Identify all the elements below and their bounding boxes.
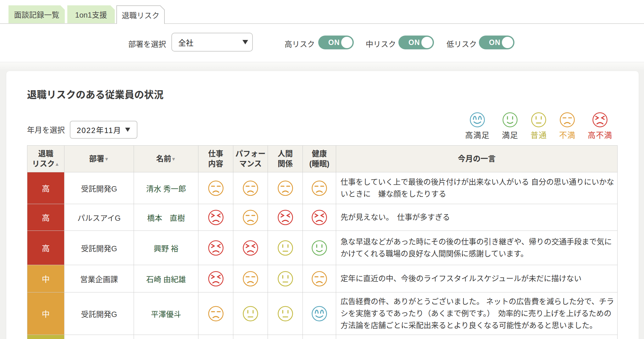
header-text: 退職	[38, 149, 53, 158]
legend-label: 高不満	[588, 129, 612, 140]
header-text: 仕事	[208, 149, 223, 158]
risk-badge-cell: 中	[27, 292, 64, 335]
toggle-label: 低リスク	[447, 38, 477, 49]
face-very-sad-icon	[311, 209, 327, 225]
month-select[interactable]: 2022年11月	[70, 121, 137, 139]
face-neutral-icon	[277, 306, 293, 322]
department-select[interactable]: 全社	[171, 33, 253, 52]
face-very-sad-icon	[208, 209, 224, 225]
risk-toggle-0[interactable]: ON	[318, 36, 354, 49]
header-text: 内容	[208, 159, 223, 168]
score-cell	[303, 335, 336, 339]
score-cell	[268, 292, 303, 335]
column-header: パフォーマンス	[233, 146, 268, 172]
score-cell	[303, 292, 336, 335]
column-header[interactable]: 名前▼	[134, 146, 198, 172]
sort-desc-icon: ▼	[104, 156, 109, 162]
toggle-label: 中リスク	[366, 38, 396, 49]
comment-cell: 仕事をしていく上で最後の後片付けが出来ない人がいる 自分の思い通りにいかないとき…	[336, 172, 618, 204]
face-neutral-icon	[531, 112, 547, 128]
face-sad-icon	[208, 306, 224, 322]
risk-badge-cell: 低	[27, 335, 64, 339]
department-cell: 受託開発G	[64, 292, 134, 335]
face-happy-icon	[502, 112, 518, 128]
filter-bar: 部署を選択 全社 高リスクON中リスクON低リスクON	[0, 24, 644, 62]
header-text: 関係	[278, 159, 293, 168]
department-cell: 営業企画課	[64, 265, 134, 292]
toggle-knob	[421, 37, 433, 48]
toggle-label: 高リスク	[285, 38, 315, 49]
employee-name-cell[interactable]: 平澤優斗	[134, 292, 198, 335]
score-cell	[303, 265, 336, 292]
column-header: 健康(睡眠)	[303, 146, 336, 172]
department-cell: 受託開発G	[64, 231, 134, 265]
employee-name-cell[interactable]: 興野 裕	[134, 231, 198, 265]
legend-item: 高満足	[465, 112, 490, 140]
sort-desc-icon: ▼	[171, 156, 176, 162]
tab-0[interactable]: 面談記録一覧	[8, 5, 65, 23]
face-very-sad-icon	[592, 112, 608, 128]
panel-title: 退職リスクのある従業員の状況	[27, 87, 164, 101]
department-select-value: 全社	[178, 37, 193, 48]
employee-name-cell[interactable]: 清水 秀一郎	[134, 172, 198, 204]
tab-2-active[interactable]: 退職リスク	[116, 5, 165, 24]
score-cell	[268, 335, 303, 339]
table-row: 低	[27, 335, 618, 339]
face-neutral-icon	[242, 306, 258, 322]
department-cell	[64, 335, 134, 339]
legend-item: 普通	[530, 112, 547, 140]
score-cell	[268, 231, 303, 265]
column-header[interactable]: 部署▼	[64, 146, 134, 172]
face-neutral-icon	[277, 240, 293, 256]
tab-label: 1on1支援	[75, 9, 107, 20]
face-very-sad-icon	[208, 240, 224, 256]
toggle-state-label: ON	[408, 38, 420, 47]
tab-1[interactable]: 1on1支援	[67, 5, 115, 23]
score-cell	[198, 231, 233, 265]
month-select-value: 2022年11月	[77, 124, 121, 135]
risk-toggle-1[interactable]: ON	[398, 36, 434, 49]
legend-label: 普通	[530, 129, 547, 140]
score-cell	[198, 335, 233, 339]
chevron-down-icon	[125, 128, 130, 132]
header-row: 退職リスク▲部署▼名前▼仕事内容パフォーマンス人間関係健康(睡眠)今月の一言	[27, 146, 618, 172]
sort-asc-icon: ▲	[55, 161, 59, 167]
risk-badge-cell: 中	[27, 265, 64, 292]
employee-name-cell[interactable]: 橋本 直樹	[134, 204, 198, 231]
column-header: 仕事内容	[198, 146, 233, 172]
legend-item: 不満	[559, 112, 575, 140]
header-text: リスク	[32, 159, 55, 168]
score-cell	[198, 292, 233, 335]
table-row: 中受託開発G平澤優斗広告経費の件、ありがとうございました。 ネットの広告費を減ら…	[27, 292, 618, 335]
employee-name-cell[interactable]	[134, 335, 198, 339]
risk-toggle-2[interactable]: ON	[479, 36, 514, 49]
department-cell: パルスアイG	[64, 204, 134, 231]
table-row: 高パルスアイG橋本 直樹先が見えない。 仕事が多すぎる	[27, 204, 618, 231]
face-sad-icon	[277, 180, 293, 196]
toggle-state-label: ON	[489, 38, 501, 47]
score-cell	[268, 204, 303, 231]
face-sad-icon	[242, 180, 258, 196]
face-very-happy-icon	[469, 112, 485, 128]
comment-cell: 広告経費の件、ありがとうございました。 ネットの広告費を減らした分で、チラシを実…	[336, 292, 618, 335]
face-sad-icon	[242, 209, 258, 225]
score-cell	[233, 204, 268, 231]
legend-item: 満足	[502, 112, 518, 140]
legend-item: 高不満	[588, 112, 612, 140]
column-header[interactable]: 退職リスク▲	[27, 146, 64, 172]
column-header: 今月の一言	[336, 146, 618, 172]
legend-label: 高満足	[465, 129, 490, 140]
comment-cell: 急な早退などがあった時にその後の仕事の引き継ぎや、帰りの交通手段まで気にかけてく…	[336, 231, 618, 265]
toggle-knob	[341, 37, 353, 48]
employee-name-cell[interactable]: 石崎 由紀雄	[134, 265, 198, 292]
score-cell	[233, 172, 268, 204]
score-cell	[268, 265, 303, 292]
toggle-knob	[502, 37, 513, 48]
score-cell	[198, 172, 233, 204]
face-very-sad-icon	[277, 209, 293, 225]
risk-badge-cell: 高	[27, 204, 64, 231]
face-sad-icon	[242, 271, 258, 287]
score-cell	[233, 231, 268, 265]
table-row: 高受託開発G清水 秀一郎仕事をしていく上で最後の後片付けが出来ない人がいる 自分…	[27, 172, 618, 204]
score-cell	[303, 172, 336, 204]
